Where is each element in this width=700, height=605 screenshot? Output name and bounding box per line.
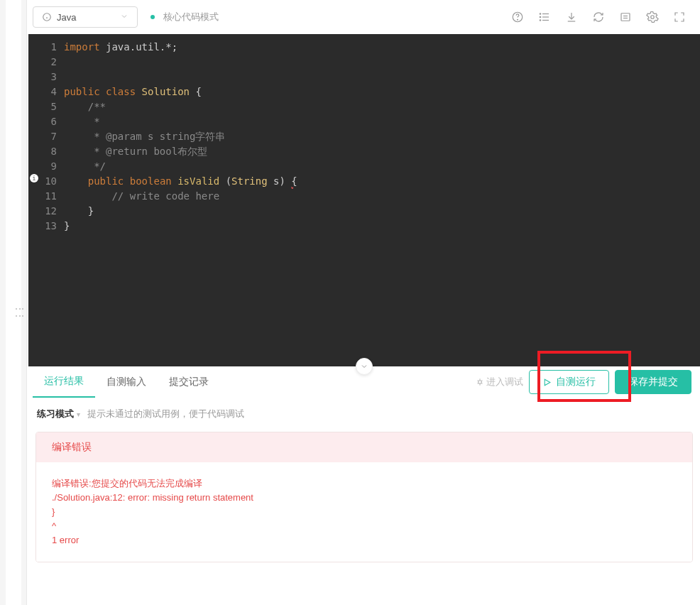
run-button-label: 自测运行 [556,376,596,388]
svg-line-21 [481,381,483,381]
code-line [64,70,700,85]
practice-mode-row: 练习模式 ▾ 提示未通过的测试用例，便于代码调试 [35,405,693,423]
help-icon[interactable] [508,8,527,26]
svg-point-16 [651,16,655,19]
svg-line-22 [478,383,479,383]
line-number: 6 [28,114,57,129]
info-circle-icon [42,12,52,22]
code-line: */ [64,159,700,174]
fullscreen-icon[interactable] [670,8,689,26]
line-number: 12 [28,204,57,219]
debug-link-label: 进入调试 [486,376,523,388]
chevron-down-icon [120,12,128,23]
settings-icon[interactable] [643,8,662,26]
svg-marker-24 [545,379,550,386]
svg-line-23 [481,383,483,383]
code-line: public class Solution { [64,85,700,99]
download-icon[interactable] [562,8,581,26]
svg-line-20 [478,381,479,381]
practice-mode-title: 练习模式 [37,408,74,420]
result-body: 练习模式 ▾ 提示未通过的测试用例，便于代码调试 编译错误 编译错误:您提交的代… [28,398,700,562]
left-rail-inner [6,0,21,605]
code-line: } [64,219,700,234]
line-number: 8 [28,144,57,159]
breakpoint-hint-icon[interactable]: i [30,174,38,182]
tab-history[interactable]: 提交记录 [158,366,220,398]
main-area: Java 核心代码模式 i 123 [28,0,700,605]
practice-mode-hint: 提示未通过的测试用例，便于代码调试 [87,408,244,420]
self-test-run-button[interactable]: 自测运行 [529,370,609,394]
code-line: // write code here [64,189,700,204]
debug-link[interactable]: 进入调试 [475,376,523,388]
code-line: * @return bool布尔型 [64,144,700,159]
code-line: } [64,204,700,219]
line-number: 5 [28,99,57,114]
save-submit-button[interactable]: 保存并提交 [615,370,691,394]
refresh-icon[interactable] [589,8,608,26]
line-number: 13 [28,219,57,234]
submit-button-label: 保存并提交 [628,376,678,388]
code-line: import java.util.*; [64,40,700,55]
error-panel-title: 编译错误 [36,432,692,462]
line-number: 2 [28,55,57,70]
svg-point-4 [518,19,518,20]
caret-down-icon[interactable]: ▾ [77,410,80,418]
line-number: 3 [28,70,57,85]
mode-label: 核心代码模式 [163,11,219,23]
code-line: * @param s string字符串 [64,129,700,144]
tab-input[interactable]: 自测输入 [95,366,158,398]
line-number: 11 [28,189,57,204]
error-panel-body: 编译错误:您提交的代码无法完成编译 ./Solution.java:12: er… [36,462,692,562]
line-number: 7 [28,129,57,144]
drag-handle-icon[interactable]: ⋮⋮ [14,304,26,318]
line-number: 1 [28,40,57,55]
svg-point-10 [540,20,541,21]
fold-handle-icon[interactable] [356,358,373,375]
code-editor[interactable]: i 12345678910111213 import java.util.*; … [28,34,700,366]
editor-gutter: i 12345678910111213 [28,34,64,366]
code-line: /** [64,99,700,114]
toolbar: Java 核心代码模式 [28,0,700,34]
line-number: 4 [28,85,57,99]
line-number: 9 [28,159,57,174]
svg-rect-13 [621,13,630,21]
left-rail: ⋮⋮ [0,0,27,605]
code-line [64,55,700,70]
tab-result[interactable]: 运行结果 [33,366,95,398]
notes-icon[interactable] [616,8,635,26]
editor-content[interactable]: import java.util.*; public class Solutio… [64,34,700,366]
language-select-label: Java [57,12,76,23]
code-line: public boolean isValid (String s) { [64,174,700,189]
compile-error-panel: 编译错误 编译错误:您提交的代码无法完成编译 ./Solution.java:1… [35,432,693,562]
svg-point-8 [540,13,541,15]
language-select[interactable]: Java [33,6,138,28]
result-tabs: 运行结果自测输入提交记录 [33,366,220,398]
list-icon[interactable] [535,8,554,26]
mode-dot-icon [151,15,155,19]
svg-point-9 [540,16,541,18]
code-line: * [64,114,700,129]
